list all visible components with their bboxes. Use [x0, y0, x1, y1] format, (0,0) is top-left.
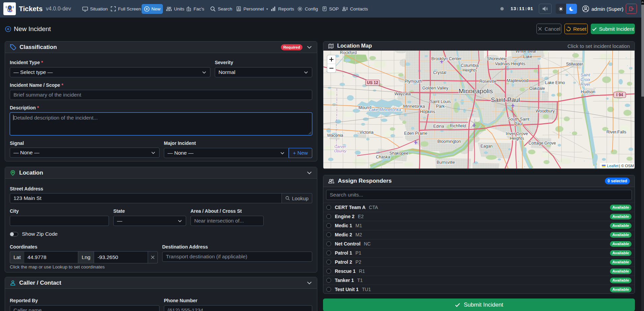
- svg-text:Eagan: Eagan: [480, 144, 493, 149]
- svg-text:Park: Park: [436, 104, 445, 109]
- svg-text:Eden Prairie: Eden Prairie: [404, 131, 428, 136]
- svg-text:Paul: Paul: [514, 122, 523, 126]
- svg-text:Oakdale: Oakdale: [529, 86, 545, 91]
- svg-text:Hudson: Hudson: [581, 89, 595, 94]
- svg-text:Carver: Carver: [334, 145, 347, 149]
- svg-text:Saint Paul: Saint Paul: [491, 96, 520, 103]
- svg-text:Stillwater: Stillwater: [566, 62, 583, 67]
- svg-text:Crystal: Crystal: [433, 70, 446, 75]
- svg-text:Brooklyn Center: Brooklyn Center: [431, 56, 462, 61]
- svg-text:Leaflet: Leaflet: [607, 164, 619, 168]
- svg-text:Cottage Grove: Cottage Grove: [528, 141, 556, 146]
- svg-text:Maplewood: Maplewood: [507, 78, 528, 83]
- svg-text:Golden Valley: Golden Valley: [422, 86, 449, 90]
- svg-text:Hopkins: Hopkins: [420, 109, 435, 114]
- svg-text:US 12: US 12: [367, 80, 378, 85]
- svg-text:Croix: Croix: [580, 77, 590, 82]
- svg-text:Heights: Heights: [463, 68, 477, 73]
- svg-text:Edina: Edina: [433, 124, 444, 129]
- svg-text:Saint Louis: Saint Louis: [430, 99, 451, 104]
- svg-text:Lake Elmo: Lake Elmo: [545, 80, 565, 85]
- svg-text:River Falls: River Falls: [606, 130, 626, 134]
- svg-text:I 94: I 94: [616, 93, 623, 97]
- svg-text:White Bear: White Bear: [516, 51, 536, 54]
- svg-text:Wayzata: Wayzata: [394, 92, 411, 96]
- svg-text:Minneapolis: Minneapolis: [459, 87, 493, 95]
- svg-text:Columbia: Columbia: [461, 63, 479, 68]
- svg-text:Lake: Lake: [523, 54, 532, 59]
- svg-text:Roseville: Roseville: [479, 79, 497, 84]
- svg-text:Richfield: Richfield: [450, 124, 466, 128]
- svg-text:Shoreview: Shoreview: [487, 56, 507, 61]
- svg-text:Bloomington: Bloomington: [437, 139, 461, 144]
- svg-text:County: County: [334, 149, 347, 153]
- svg-text:Minnetonka: Minnetonka: [403, 104, 425, 109]
- svg-text:Burnsville: Burnsville: [437, 160, 455, 165]
- svg-text:Saint: Saint: [581, 73, 590, 77]
- svg-text:River: River: [580, 82, 590, 87]
- svg-text:Vadnais Heights: Vadnais Heights: [495, 61, 525, 66]
- svg-text:Heights: Heights: [510, 136, 524, 141]
- svg-text:| © OSM: | © OSM: [619, 164, 634, 168]
- svg-text:Inver Grove: Inver Grove: [506, 131, 528, 136]
- svg-text:Woodbury: Woodbury: [536, 109, 555, 113]
- svg-text:Plymouth: Plymouth: [405, 79, 422, 84]
- svg-text:Waconia: Waconia: [327, 133, 343, 138]
- svg-text:Rockford: Rockford: [340, 51, 357, 55]
- svg-text:Victoria: Victoria: [359, 130, 374, 135]
- svg-text:Chaska: Chaska: [376, 155, 390, 159]
- svg-text:Lake Minnetonka: Lake Minnetonka: [369, 107, 401, 112]
- svg-text:South Saint: South Saint: [508, 117, 530, 122]
- svg-text:Shakopee: Shakopee: [389, 151, 408, 156]
